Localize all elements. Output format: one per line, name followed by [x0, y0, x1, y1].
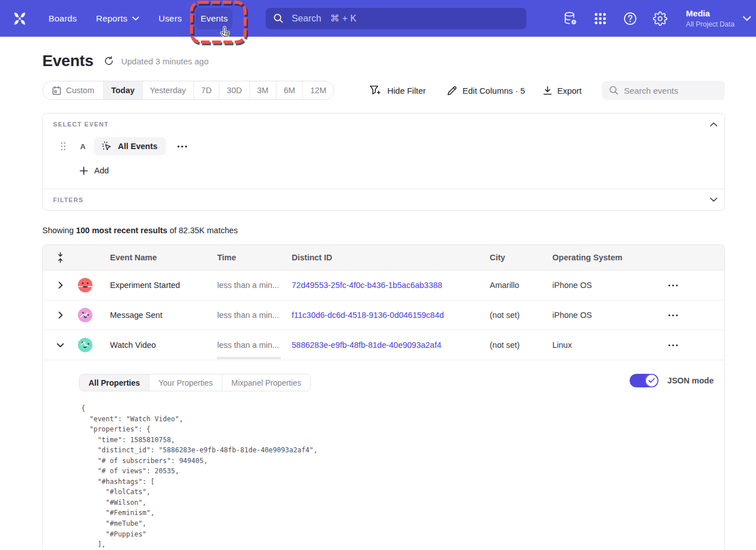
cell-distinct-id-link[interactable]: 5886283e-e9fb-48fb-81de-40e9093a2af4 [292, 341, 441, 350]
cell-distinct-id-link[interactable]: f11c30d6-dc6d-4518-9136-0d046159c84d [292, 311, 444, 320]
column-header-city[interactable]: City [490, 253, 552, 262]
results-prefix: Showing [42, 226, 76, 235]
cell-time[interactable]: less than a min... [217, 311, 292, 320]
tab-all-properties[interactable]: All Properties [80, 374, 150, 391]
nav-item-reports[interactable]: Reports [96, 14, 139, 24]
json-mode-control: JSON mode [630, 374, 714, 387]
events-table: Event Name Time Distinct ID City Operati… [42, 245, 725, 550]
column-header-time[interactable]: Time [217, 253, 292, 262]
cell-distinct-id-link[interactable]: 72d49553-25fc-4f0c-b436-1b5ac6ab3388 [292, 281, 442, 290]
event-cursor-icon [101, 141, 112, 152]
apps-grid-icon[interactable] [593, 11, 608, 26]
actions-cell [668, 284, 724, 287]
cell-distinct-id: 72d49553-25fc-4f0c-b436-1b5ac6ab3388 [292, 281, 490, 290]
export-label: Export [557, 86, 582, 95]
edit-columns-label: Edit Columns · 5 [463, 86, 525, 95]
add-event-button[interactable]: Add [80, 164, 718, 177]
event-more-icon[interactable] [177, 145, 187, 148]
tab-your-properties[interactable]: Your Properties [150, 374, 222, 391]
pencil-icon [447, 85, 458, 96]
date-range-custom[interactable]: Custom [43, 81, 104, 99]
json-mode-label: JSON mode [667, 376, 714, 385]
data-management-icon[interactable] [563, 11, 578, 26]
date-range-12m[interactable]: 12M [303, 81, 333, 99]
row-more-icon[interactable] [668, 284, 678, 287]
tab-mixpanel-properties[interactable]: Mixpanel Properties [222, 374, 310, 391]
nav-item-events[interactable]: Events [196, 8, 232, 29]
cell-city: (not set) [490, 311, 552, 320]
date-range-control: Custom Today Yesterday 7D 30D 3M 6M 12M [42, 81, 334, 100]
cell-city: (not set) [490, 341, 552, 350]
row-more-icon[interactable] [668, 314, 678, 317]
row-more-icon[interactable] [668, 344, 678, 347]
controls-row: Custom Today Yesterday 7D 30D 3M 6M 12M … [42, 81, 725, 100]
avatar-cell [78, 308, 110, 322]
select-event-section: SELECT EVENT A [43, 114, 724, 177]
collapse-chevron-up-icon[interactable] [710, 122, 718, 127]
filters-chevron-down-icon[interactable] [710, 197, 718, 202]
mixpanel-logo[interactable] [12, 11, 28, 27]
results-suffix: of 82.35K matches [168, 226, 238, 235]
cell-os: Linux [552, 341, 668, 350]
date-range-30d[interactable]: 30D [219, 81, 250, 99]
project-switcher[interactable]: Media All Project Data [686, 8, 735, 29]
main-content: Events Updated 3 minutes ago Custom Toda… [42, 51, 725, 550]
date-range-today[interactable]: Today [104, 81, 143, 99]
date-range-yesterday[interactable]: Yesterday [143, 81, 194, 99]
all-events-label: All Events [118, 142, 157, 151]
search-events-box [602, 81, 725, 100]
expand-chevron-right-icon[interactable] [58, 311, 63, 319]
title-row: Events Updated 3 minutes ago [42, 51, 725, 71]
updated-timestamp: Updated 3 minutes ago [121, 56, 209, 66]
export-button[interactable]: Export [543, 86, 582, 95]
time-cell-scrollbar[interactable] [217, 357, 281, 359]
toggle-knob [645, 374, 658, 387]
column-header-distinct-id[interactable]: Distinct ID [292, 253, 490, 262]
expand-chevron-down-icon[interactable] [56, 343, 64, 348]
cell-time[interactable]: less than a min... [217, 341, 292, 350]
filter-funnel-icon [370, 85, 382, 95]
nav-item-users[interactable]: Users [159, 14, 182, 24]
avatar-cell [78, 338, 110, 352]
project-chevron-down-icon[interactable] [742, 16, 751, 21]
search-events-icon [609, 85, 619, 95]
search-events-input[interactable] [624, 86, 714, 95]
refresh-icon[interactable] [104, 56, 114, 66]
expand-chevron-right-icon[interactable] [58, 281, 63, 289]
drag-handle-icon[interactable] [60, 142, 66, 151]
date-range-3m[interactable]: 3M [250, 81, 276, 99]
settings-gear-icon[interactable] [653, 11, 667, 26]
date-range-6m[interactable]: 6M [276, 81, 303, 99]
page-title: Events [42, 52, 94, 70]
calendar-icon [52, 86, 61, 95]
row-detail-panel: All Properties Your Properties Mixpanel … [43, 360, 724, 391]
cell-city: Amarillo [490, 281, 552, 290]
cell-distinct-id: 5886283e-e9fb-48fb-81de-40e9093a2af4 [292, 341, 490, 350]
cell-distinct-id: f11c30d6-dc6d-4518-9136-0d046159c84d [292, 311, 490, 320]
column-header-os[interactable]: Operating System [552, 253, 668, 262]
top-navbar: Boards Reports Users Events Search ⌘ + K [0, 0, 756, 37]
global-search-placeholder: Search [292, 13, 321, 24]
hide-filter-label: Hide Filter [387, 86, 425, 95]
cell-event-name: Message Sent [110, 311, 217, 320]
nav-item-boards[interactable]: Boards [49, 14, 77, 24]
column-header-event-name[interactable]: Event Name [110, 253, 217, 262]
chevron-down-icon [132, 16, 139, 21]
json-mode-toggle[interactable] [630, 374, 658, 387]
cell-event-name: Experiment Started [110, 281, 217, 290]
actions-cell [668, 314, 724, 317]
help-icon[interactable] [623, 11, 638, 26]
expander-cell [43, 281, 78, 289]
sort-collapse-icon[interactable] [56, 252, 64, 263]
nav-item-reports-label: Reports [96, 14, 128, 24]
global-search[interactable]: Search ⌘ + K [266, 8, 526, 29]
all-events-button[interactable]: All Events [94, 137, 166, 155]
navbar-right: Media All Project Data [563, 8, 756, 29]
hide-filter-button[interactable]: Hide Filter [370, 85, 425, 95]
table-row-expanded: Watch Video less than a min... 5886283e-… [43, 330, 724, 360]
event-json: { "event": "Watch Video", "properties": … [81, 403, 724, 550]
edit-columns-button[interactable]: Edit Columns · 5 [447, 85, 525, 96]
cell-time[interactable]: less than a min... [217, 281, 292, 290]
filters-section[interactable]: FILTERS [43, 189, 724, 210]
date-range-7d[interactable]: 7D [194, 81, 220, 99]
